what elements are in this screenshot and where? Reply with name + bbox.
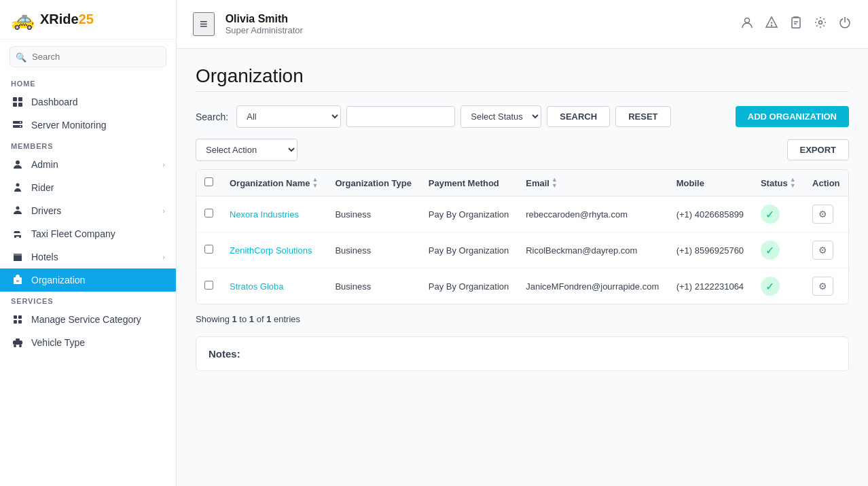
action-gear-button-3[interactable]: ⚙ [812, 277, 833, 296]
row-checkbox-cell-3 [196, 268, 221, 305]
org-name-link-2[interactable]: ZenithCorp Solutions [230, 245, 312, 256]
payment-cell-3: Pay By Organization [420, 268, 518, 305]
status-select[interactable]: Select Status Active Inactive [460, 105, 541, 128]
sidebar-item-admin[interactable]: Admin › [0, 153, 176, 176]
action-select[interactable]: Select Action Delete Activate Deactivate [196, 139, 297, 161]
svg-rect-30 [792, 18, 800, 28]
alert-icon[interactable] [765, 16, 778, 33]
sidebar-section-home: HOME [0, 74, 176, 90]
sidebar-item-organization[interactable]: Organization [0, 268, 176, 292]
org-name-link-3[interactable]: Stratos Globa [230, 281, 284, 292]
org-name-cell-1: Nexora Industries [221, 196, 327, 232]
showing-suffix: entries [274, 314, 300, 324]
search-button[interactable]: SEARCH [547, 106, 610, 127]
service-icon [11, 314, 24, 325]
action-cell-2: ⚙ [804, 232, 848, 268]
sidebar-item-taxi-fleet[interactable]: Taxi Fleet Company [0, 222, 176, 245]
chevron-down-icon-drivers: › [162, 207, 165, 215]
search-icon: 🔍 [16, 52, 26, 62]
org-type-cell-1: Business [327, 196, 420, 232]
clipboard-icon[interactable] [789, 16, 803, 33]
showing-from: 1 [232, 314, 237, 324]
row-checkbox-1[interactable] [204, 209, 213, 218]
add-organization-button[interactable]: ADD ORGANIZATION [736, 106, 849, 127]
mobile-cell-3: (+1) 2122231064 [668, 268, 753, 305]
sidebar-item-manage-service[interactable]: Manage Service Category [0, 308, 176, 331]
sort-arrows-name: ▲▼ [312, 177, 318, 189]
payment-cell-1: Pay By Organization [420, 196, 518, 232]
svg-rect-20 [18, 315, 22, 319]
showing-to: 1 [249, 314, 254, 324]
table-row: Nexora Industries Business Pay By Organi… [196, 196, 848, 232]
user-role: Super Administrator [225, 25, 729, 35]
showing-of: of [257, 314, 264, 324]
row-checkbox-2[interactable] [204, 245, 213, 254]
svg-point-7 [20, 126, 21, 127]
col-header-status[interactable]: Status ▲▼ [753, 170, 804, 196]
action-gear-button-2[interactable]: ⚙ [812, 241, 833, 260]
col-header-email[interactable]: Email ▲▼ [518, 170, 668, 196]
sidebar-item-vehicle-type[interactable]: Vehicle Type [0, 331, 176, 354]
sidebar-item-dashboard[interactable]: Dashboard [0, 90, 176, 114]
sort-arrows-status: ▲▼ [790, 177, 796, 189]
sidebar-item-server-monitoring[interactable]: Server Monitoring [0, 114, 176, 137]
row-checkbox-3[interactable] [204, 281, 213, 290]
page-content: Organization Search: All Organization Na… [177, 49, 868, 486]
svg-point-9 [16, 184, 20, 187]
action-gear-button-1[interactable]: ⚙ [812, 205, 833, 224]
svg-point-11 [14, 236, 16, 238]
sidebar-item-rider[interactable]: Rider [0, 176, 176, 199]
email-cell-1: rebeccaroden@rhyta.com [518, 196, 668, 232]
svg-rect-15 [16, 258, 17, 260]
title-divider [196, 91, 849, 92]
search-row: Search: All Organization Name Email Mobi… [196, 105, 849, 128]
svg-rect-16 [18, 258, 20, 260]
showing-to-label: to [239, 314, 249, 324]
svg-rect-21 [14, 320, 17, 324]
org-name-link-1[interactable]: Nexora Industries [230, 209, 299, 220]
table-row: ZenithCorp Solutions Business Pay By Org… [196, 232, 848, 268]
col-header-action: Action [804, 170, 848, 196]
sidebar-item-organization-label: Organization [31, 275, 165, 285]
svg-point-29 [772, 25, 772, 26]
svg-point-25 [19, 345, 22, 347]
showing-prefix: Showing [196, 314, 230, 324]
drivers-icon [11, 205, 24, 216]
settings-icon[interactable] [814, 16, 827, 33]
col-header-mobile: Mobile [668, 170, 753, 196]
select-all-checkbox[interactable] [204, 177, 213, 186]
status-badge-active-1: ✓ [761, 205, 780, 224]
payment-cell-2: Pay By Organization [420, 232, 518, 268]
svg-rect-2 [13, 103, 17, 107]
brand-icon: 🚕 [11, 8, 35, 31]
menu-toggle-button[interactable]: ≡ [193, 12, 215, 36]
user-profile-icon[interactable] [740, 16, 754, 33]
organization-table-wrapper: Organization Name ▲▼ Organization Type P… [196, 169, 849, 305]
search-text-input[interactable] [346, 106, 455, 127]
organization-table: Organization Name ▲▼ Organization Type P… [196, 170, 848, 304]
hotel-icon [11, 251, 24, 262]
svg-rect-14 [14, 254, 22, 256]
search-filter-select[interactable]: All Organization Name Email Mobile [236, 105, 341, 128]
grid-icon [11, 97, 24, 107]
sidebar-item-drivers-label: Drivers [31, 205, 156, 216]
export-button[interactable]: EXPORT [787, 139, 849, 160]
svg-point-8 [16, 160, 20, 164]
showing-total: 1 [266, 314, 271, 324]
org-name-cell-2: ZenithCorp Solutions [221, 232, 327, 268]
sidebar-item-drivers[interactable]: Drivers › [0, 199, 176, 222]
svg-rect-1 [18, 97, 22, 101]
status-badge-active-3: ✓ [761, 277, 780, 296]
sidebar-item-hotels[interactable]: Hotels › [0, 245, 176, 268]
svg-rect-18 [16, 280, 19, 282]
sidebar-search-input[interactable] [10, 46, 166, 67]
svg-rect-22 [18, 320, 22, 324]
power-icon[interactable] [838, 16, 852, 33]
mobile-cell-2: (+1) 8596925760 [668, 232, 753, 268]
col-header-name[interactable]: Organization Name ▲▼ [221, 170, 327, 196]
sidebar-search-wrapper: 🔍 [0, 39, 176, 74]
reset-button[interactable]: RESET [615, 106, 670, 127]
status-cell-3: ✓ [753, 268, 804, 305]
status-badge-active-2: ✓ [761, 241, 780, 260]
svg-rect-0 [13, 97, 17, 101]
